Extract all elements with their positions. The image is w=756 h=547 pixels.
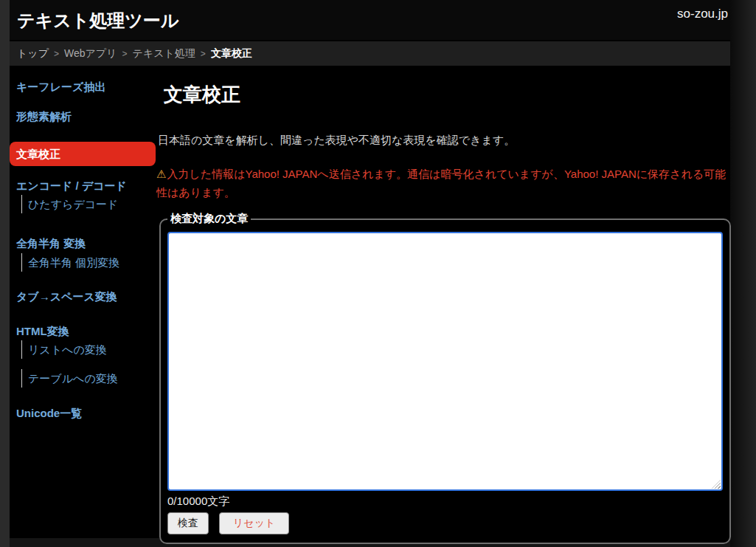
window-right-edge (730, 0, 756, 547)
sidebar-item-proofreading-active[interactable]: 文章校正 (10, 142, 156, 166)
breadcrumb: トップ > Webアプリ > テキスト処理 > 文章校正 (10, 41, 730, 66)
page-description: 日本語の文章を解析し、間違った表現や不適切な表現を確認できます。 (158, 133, 732, 148)
breadcrumb-separator: > (54, 49, 59, 59)
page-title: 文章校正 (164, 83, 732, 106)
sidebar-nav: キーフレーズ抽出 形態素解析 文章校正 エンコード / デコード ひたすらデコー… (10, 66, 156, 420)
breadcrumb-current-page: 文章校正 (211, 47, 252, 61)
window-left-edge (0, 0, 10, 547)
warning-text: 入力した情報はYahoo! JAPANへ送信されます。通信は暗号化されていますが… (156, 168, 726, 199)
check-text-input[interactable] (167, 232, 723, 491)
check-button[interactable]: 検査 (167, 512, 209, 534)
app-title: テキスト処理ツール (17, 9, 178, 32)
yahoo-warning: ⚠入力した情報はYahoo! JAPANへ送信されます。通信は暗号化されています… (156, 165, 732, 202)
breadcrumb-text-processing[interactable]: テキスト処理 (133, 47, 195, 61)
char-counter: 0/10000文字 (167, 494, 723, 508)
breadcrumb-separator: > (201, 49, 206, 59)
fieldset-legend: 検査対象の文章 (167, 212, 251, 226)
sidebar-item-morphological-analysis[interactable]: 形態素解析 (10, 109, 156, 123)
check-target-fieldset: 検査対象の文章 0/10000文字 検査 リセット (159, 212, 731, 544)
sidebar-item-encode-decode[interactable]: エンコード / デコード (10, 179, 156, 193)
sidebar-item-html-convert[interactable]: HTML変換 (10, 324, 156, 338)
site-name[interactable]: so-zou.jp (677, 7, 728, 21)
main-content: 文章校正 日本語の文章を解析し、間違った表現や不適切な表現を確認できます。 ⚠入… (156, 65, 732, 544)
sidebar-item-fullwidth-halfwidth-individual[interactable]: 全角半角 個別変換 (21, 253, 156, 272)
button-row: 検査 リセット (167, 512, 723, 534)
sidebar-item-keyphrase-extraction[interactable]: キーフレーズ抽出 (10, 80, 156, 94)
sidebar-item-fullwidth-halfwidth-convert[interactable]: 全角半角 変換 (10, 236, 156, 250)
breadcrumb-separator: > (122, 49, 128, 59)
sidebar-item-list-convert[interactable]: リストへの変換 (21, 340, 156, 359)
reset-button[interactable]: リセット (219, 512, 289, 534)
warning-triangle-icon: ⚠ (156, 168, 166, 180)
breadcrumb-top[interactable]: トップ (17, 47, 49, 61)
sidebar-item-unicode-list[interactable]: Unicode一覧 (10, 406, 156, 420)
sidebar-item-tab-to-space[interactable]: タブ→スペース変換 (10, 289, 156, 303)
textarea-wrapper (167, 232, 723, 491)
header: テキスト処理ツール so-zou.jp (10, 0, 730, 40)
breadcrumb-webapps[interactable]: Webアプリ (64, 47, 117, 61)
sidebar-item-hitasura-decode[interactable]: ひたすらデコード (21, 195, 156, 213)
sidebar-item-table-convert[interactable]: テーブルへの変換 (21, 369, 156, 388)
